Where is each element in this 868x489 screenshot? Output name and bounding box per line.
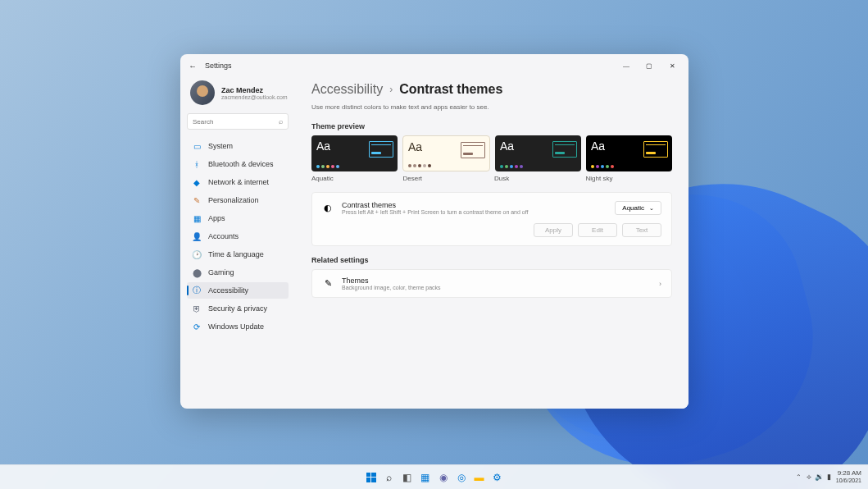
maximize-button[interactable]: ▢ (638, 57, 661, 74)
widgets-button[interactable]: ▦ (418, 470, 433, 485)
sidebar-item-label: Network & internet (208, 178, 269, 186)
taskview-icon: ◧ (402, 472, 411, 483)
sidebar: Zac Mendez zacmendez@outlook.com ⌕ ▭ Sys… (180, 77, 295, 409)
profile-email: zacmendez@outlook.com (221, 94, 288, 100)
system-tray: ⌃ ⟡ 🔉 ▮ 9:28 AM 10/6/2021 (796, 470, 861, 483)
bluetooth-icon: ᚼ (192, 159, 202, 169)
theme-label: Aquatic (311, 175, 398, 182)
edge-icon: ◎ (457, 472, 466, 483)
theme-card-aquatic[interactable]: Aa (311, 135, 398, 171)
brush-icon: ✎ (322, 278, 334, 290)
window-title: Settings (205, 62, 232, 70)
sidebar-item-security[interactable]: ⛨ Security & privacy (187, 300, 289, 317)
close-button[interactable]: ✕ (661, 57, 684, 74)
chat-icon: ◉ (439, 472, 448, 483)
theme-mini-window (461, 142, 485, 158)
edge-button[interactable]: ◎ (454, 470, 469, 485)
chevron-right-icon: › (389, 84, 393, 95)
profile-block[interactable]: Zac Mendez zacmendez@outlook.com (187, 77, 289, 113)
chat-button[interactable]: ◉ (436, 470, 451, 485)
theme-card-dusk[interactable]: Aa (495, 135, 581, 171)
sidebar-item-label: System (208, 142, 233, 150)
accounts-icon: 👤 (192, 231, 202, 241)
tray-chevron-icon[interactable]: ⌃ (796, 473, 802, 481)
search-button[interactable]: ⌕ (382, 470, 397, 485)
sidebar-item-label: Apps (208, 214, 225, 222)
breadcrumb-current: Contrast themes (399, 82, 502, 97)
clock-time: 9:28 AM (836, 470, 861, 478)
theme-card-nightsky[interactable]: Aa (586, 135, 672, 171)
theme-aa-text: Aa (408, 141, 422, 153)
sidebar-item-gaming[interactable]: ⬤ Gaming (187, 264, 289, 281)
theme-dots (591, 165, 614, 168)
taskbar-center: ⌕ ◧ ▦ ◉ ◎ ▬ ⚙ (364, 470, 505, 485)
sidebar-item-label: Bluetooth & devices (208, 160, 274, 168)
sidebar-item-label: Accounts (208, 232, 239, 240)
sidebar-item-network[interactable]: ◆ Network & internet (187, 174, 289, 190)
wifi-icon[interactable]: ⟡ (807, 473, 811, 482)
contrast-themes-card: ◐ Contrast themes Press left Alt + left … (311, 192, 672, 246)
theme-label: Desert (403, 175, 490, 182)
settings-window: ← Settings — ▢ ✕ Zac Mendez zacmendez@ou… (180, 54, 688, 409)
theme-dots (500, 165, 523, 168)
theme-dots (408, 164, 431, 167)
folder-icon: ▬ (475, 472, 484, 483)
link-title: Themes (342, 276, 651, 285)
sidebar-item-label: Gaming (208, 268, 234, 276)
theme-grid: Aa Aa Aa (311, 135, 672, 171)
apply-button[interactable]: Apply (534, 223, 573, 237)
theme-preview-label: Theme preview (311, 122, 672, 130)
sidebar-item-label: Time & language (208, 250, 264, 258)
text-button[interactable]: Text (622, 223, 661, 237)
themes-link-card[interactable]: ✎ Themes Background image, color, theme … (311, 269, 672, 298)
sidebar-item-update[interactable]: ⟳ Windows Update (187, 318, 289, 335)
content-area: Accessibility › Contrast themes Use more… (295, 77, 688, 409)
sidebar-item-system[interactable]: ▭ System (187, 138, 289, 154)
explorer-button[interactable]: ▬ (472, 470, 487, 485)
sidebar-item-apps[interactable]: ▦ Apps (187, 210, 289, 226)
shield-icon: ⛨ (192, 304, 202, 313)
volume-icon[interactable]: 🔉 (815, 473, 824, 482)
theme-card-desert[interactable]: Aa (402, 135, 490, 171)
search-input[interactable] (193, 118, 279, 126)
sidebar-item-label: Windows Update (208, 322, 264, 331)
sidebar-item-personalization[interactable]: ✎ Personalization (187, 192, 289, 208)
breadcrumb-parent[interactable]: Accessibility (311, 82, 383, 97)
avatar (190, 80, 215, 105)
taskbar: ⌕ ◧ ▦ ◉ ◎ ▬ ⚙ ⌃ ⟡ 🔉 ▮ 9:28 AM 10/6/2021 (0, 464, 868, 489)
settings-button[interactable]: ⚙ (490, 470, 505, 485)
chevron-right-icon: › (659, 280, 661, 288)
card-subtitle: Press left Alt + left Shift + Print Scre… (342, 209, 607, 215)
profile-name: Zac Mendez (221, 86, 288, 94)
theme-dropdown[interactable]: Aquatic ⌄ (615, 201, 661, 215)
theme-dots (316, 165, 339, 168)
search-box[interactable]: ⌕ (187, 113, 289, 130)
personalization-icon: ✎ (192, 195, 202, 205)
sidebar-item-accessibility[interactable]: ⓘ Accessibility (187, 282, 289, 299)
update-icon: ⟳ (192, 322, 202, 331)
minimize-button[interactable]: — (615, 57, 638, 74)
battery-icon[interactable]: ▮ (827, 473, 831, 482)
sidebar-item-time[interactable]: 🕑 Time & language (187, 246, 289, 263)
theme-aa-text: Aa (316, 140, 330, 152)
windows-icon (366, 473, 376, 482)
start-button[interactable] (364, 470, 379, 485)
sidebar-item-accounts[interactable]: 👤 Accounts (187, 228, 289, 244)
theme-aa-text: Aa (500, 140, 514, 152)
search-icon: ⌕ (386, 472, 392, 483)
sidebar-item-bluetooth[interactable]: ᚼ Bluetooth & devices (187, 156, 289, 172)
network-icon: ◆ (192, 177, 202, 187)
system-icon: ▭ (192, 141, 202, 151)
time-icon: 🕑 (192, 249, 202, 259)
edit-button[interactable]: Edit (578, 223, 617, 237)
task-view-button[interactable]: ◧ (400, 470, 415, 485)
clock[interactable]: 9:28 AM 10/6/2021 (836, 470, 861, 483)
widgets-icon: ▦ (420, 472, 429, 483)
back-button[interactable]: ← (185, 62, 200, 71)
apps-icon: ▦ (192, 213, 202, 223)
card-title: Contrast themes (342, 201, 607, 209)
breadcrumb: Accessibility › Contrast themes (311, 82, 672, 97)
chevron-down-icon: ⌄ (649, 205, 654, 212)
accessibility-icon: ⓘ (192, 286, 202, 295)
contrast-icon: ◐ (322, 203, 334, 214)
